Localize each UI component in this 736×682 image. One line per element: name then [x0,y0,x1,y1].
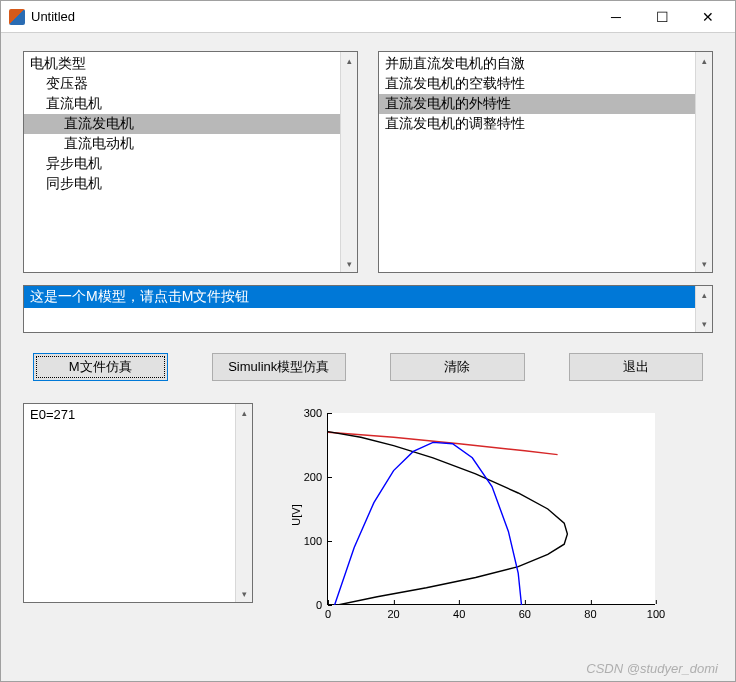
y-tick: 300 [298,407,328,419]
close-button[interactable]: ✕ [685,2,731,32]
scroll-down-icon[interactable]: ▾ [696,255,712,272]
app-window: Untitled ─ ☐ ✕ 电机类型变压器直流电机直流发电机直流电动机异步电机… [0,0,736,682]
x-tick: 60 [519,604,531,620]
content-area: 电机类型变压器直流电机直流发电机直流电动机异步电机同步电机 ▴ ▾ 并励直流发电… [1,33,735,681]
scroll-track[interactable] [696,69,712,255]
y-axis-label: U[V] [290,504,302,525]
chart-area: U[V] 0100200300020406080100 [283,403,713,627]
top-row: 电机类型变压器直流电机直流发电机直流电动机异步电机同步电机 ▴ ▾ 并励直流发电… [23,51,713,273]
matlab-icon [9,9,25,25]
scroll-up-icon[interactable]: ▴ [696,52,712,69]
result-text: E0=271 [24,404,235,602]
scroll-track[interactable] [696,303,712,315]
y-tick: 100 [298,535,328,547]
info-scrollbar[interactable]: ▴ ▾ [695,286,712,332]
tree-listbox[interactable]: 电机类型变压器直流电机直流发电机直流电动机异步电机同步电机 ▴ ▾ [23,51,358,273]
option-item[interactable]: 并励直流发电机的自激 [379,54,695,74]
scroll-down-icon[interactable]: ▾ [341,255,357,272]
tree-scrollbar[interactable]: ▴ ▾ [340,52,357,272]
x-tick: 20 [387,604,399,620]
mfile-button[interactable]: M文件仿真 [33,353,168,381]
y-tick: 200 [298,471,328,483]
scroll-down-icon[interactable]: ▾ [236,585,252,602]
x-tick: 40 [453,604,465,620]
tree-item[interactable]: 直流电机 [24,94,340,114]
options-listbox[interactable]: 并励直流发电机的自激直流发电机的空载特性直流发电机的外特性直流发电机的调整特性 … [378,51,713,273]
result-listbox[interactable]: E0=271 ▴ ▾ [23,403,253,603]
result-scrollbar[interactable]: ▴ ▾ [235,404,252,602]
series-black [328,432,567,605]
scroll-track[interactable] [236,421,252,585]
tree-item[interactable]: 异步电机 [24,154,340,174]
minimize-button[interactable]: ─ [593,2,639,32]
chart-curves [328,413,656,605]
simulink-button[interactable]: Simulink模型仿真 [212,353,347,381]
x-tick: 80 [584,604,596,620]
option-item[interactable]: 直流发电机的空载特性 [379,74,695,94]
clear-button[interactable]: 清除 [390,353,525,381]
series-blue [335,442,522,605]
bottom-row: E0=271 ▴ ▾ U[V] 0100200300020406080100 [23,397,713,671]
option-item[interactable]: 直流发电机的调整特性 [379,114,695,134]
tree-item[interactable]: 变压器 [24,74,340,94]
x-tick: 0 [325,604,331,620]
exit-button[interactable]: 退出 [569,353,704,381]
scroll-track[interactable] [341,69,357,255]
scroll-up-icon[interactable]: ▴ [696,286,712,303]
window-controls: ─ ☐ ✕ [593,2,731,32]
titlebar: Untitled ─ ☐ ✕ [1,1,735,33]
x-tick: 100 [647,604,665,620]
tree-item[interactable]: 直流发电机 [24,114,340,134]
scroll-up-icon[interactable]: ▴ [341,52,357,69]
maximize-button[interactable]: ☐ [639,2,685,32]
window-title: Untitled [31,9,593,24]
tree-item[interactable]: 直流电动机 [24,134,340,154]
info-text[interactable]: 这是一个M模型，请点击M文件按钮 [24,286,695,308]
axes: 0100200300020406080100 [327,413,655,605]
option-item[interactable]: 直流发电机的外特性 [379,94,695,114]
tree-item[interactable]: 同步电机 [24,174,340,194]
options-scrollbar[interactable]: ▴ ▾ [695,52,712,272]
tree-item[interactable]: 电机类型 [24,54,340,74]
info-listbox[interactable]: 这是一个M模型，请点击M文件按钮 ▴ ▾ [23,285,713,333]
scroll-down-icon[interactable]: ▾ [696,315,712,332]
button-row: M文件仿真 Simulink模型仿真 清除 退出 [23,345,713,385]
scroll-up-icon[interactable]: ▴ [236,404,252,421]
series-red [328,432,558,454]
y-tick: 0 [298,599,328,611]
